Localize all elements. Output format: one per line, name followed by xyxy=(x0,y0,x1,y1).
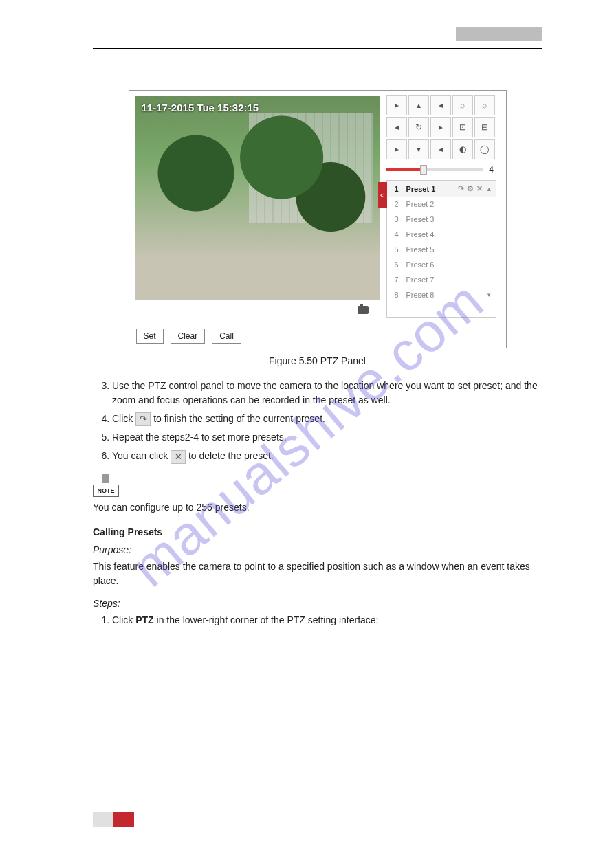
preset-row[interactable]: 1 Preset 1 ↷ ⚙ ✕ ▴ xyxy=(387,181,496,197)
step-6b: to delete the preset. xyxy=(188,450,274,461)
calling-step-1: Click PTZ in the lower-right corner of t… xyxy=(112,613,542,627)
ptz-focus-far-button[interactable]: ⊟ xyxy=(474,117,495,137)
preset-row[interactable]: 2Preset 2 xyxy=(387,197,496,212)
ptz-figure: 11-17-2015 Tue 15:32:15 ▸ ▴ ◂ ⌕ ⌕ ◂ ↻ ▸ … xyxy=(129,90,507,348)
ptz-focus-near-button[interactable]: ⊡ xyxy=(452,117,473,137)
scroll-down-icon[interactable]: ▾ xyxy=(487,291,492,299)
page-header xyxy=(93,27,542,47)
preset-number: 6 xyxy=(391,260,402,269)
preset-number: 4 xyxy=(391,230,402,238)
ptz-down-button[interactable]: ▾ xyxy=(408,139,429,159)
preset-number: 5 xyxy=(391,245,402,254)
preset-list: 1 Preset 1 ↷ ⚙ ✕ ▴ 2Preset 2 3Preset 3 4… xyxy=(387,181,496,317)
clear-button[interactable]: Clear xyxy=(171,329,206,344)
preset-panel-collapse[interactable]: < xyxy=(378,182,387,208)
preset-label: Preset 2 xyxy=(402,200,492,208)
snapshot-icon[interactable] xyxy=(358,306,369,314)
header-gray-block xyxy=(456,27,542,41)
video-bg-trees xyxy=(135,110,380,268)
preset-label: Preset 7 xyxy=(402,276,492,284)
ptz-zoom-out-button[interactable]: ⌕ xyxy=(474,95,495,115)
step-4a: Click xyxy=(112,413,135,424)
preset-label: Preset 5 xyxy=(402,245,492,254)
preset-number: 2 xyxy=(391,200,402,208)
preset-label: Preset 1 xyxy=(402,185,457,193)
ptz-zoom-in-button[interactable]: ⌕ xyxy=(452,95,473,115)
ptz-speed-value: 4 xyxy=(487,165,496,175)
gear-icon[interactable]: ⚙ xyxy=(465,184,475,193)
call-preset-icon[interactable]: ↷ xyxy=(457,184,465,193)
delete-icon: ✕ xyxy=(171,450,186,464)
purpose-text: This feature enables the camera to point… xyxy=(93,559,542,588)
body-text: Use the PTZ control panel to move the ca… xyxy=(93,379,542,627)
step-4: Click ↷ to finish the setting of the cur… xyxy=(112,412,542,426)
scroll-up-icon[interactable]: ▴ xyxy=(487,185,492,193)
preset-row[interactable]: 7Preset 7 xyxy=(387,272,496,287)
preset-row[interactable]: 4Preset 4 xyxy=(387,227,496,242)
calling-step-1b: in the lower-right corner of the PTZ set… xyxy=(154,614,379,625)
footer-gray-block xyxy=(93,812,113,827)
ptz-auto-button[interactable]: ↻ xyxy=(408,117,429,137)
note-text: You can configure up to 256 presets. xyxy=(93,502,542,513)
preset-label: Preset 3 xyxy=(402,215,492,223)
ptz-up-right-button[interactable]: ◂ xyxy=(430,95,451,115)
preset-row[interactable]: 3Preset 3 xyxy=(387,212,496,227)
step-4b: to finish the setting of the current pre… xyxy=(153,413,325,424)
ptz-up-left-button[interactable]: ▸ xyxy=(386,95,407,115)
preset-label: Preset 8 xyxy=(402,291,447,299)
ptz-speed-slider-row: 4 xyxy=(386,165,496,175)
slider-thumb[interactable] xyxy=(420,165,427,175)
preset-list-panel: < 1 Preset 1 ↷ ⚙ ✕ ▴ 2Preset 2 3Preset 3 xyxy=(386,180,496,318)
ptz-down-right-button[interactable]: ◂ xyxy=(430,139,451,159)
preset-number: 1 xyxy=(391,185,402,193)
ptz-bold: PTZ xyxy=(135,614,153,625)
step-6: You can click ✕ to delete the preset. xyxy=(112,449,542,463)
call-button[interactable]: Call xyxy=(212,329,241,344)
set-button[interactable]: Set xyxy=(136,329,164,344)
video-osd-text: 11-17-2015 Tue 15:32:15 xyxy=(142,102,259,113)
preset-label: Preset 4 xyxy=(402,230,492,238)
note-icon: NOTE xyxy=(93,474,119,497)
purpose-label: Purpose: xyxy=(93,544,542,555)
ptz-down-left-button[interactable]: ▸ xyxy=(386,139,407,159)
ptz-up-button[interactable]: ▴ xyxy=(408,95,429,115)
step-3: Use the PTZ control panel to move the ca… xyxy=(112,379,542,408)
ptz-speed-slider[interactable] xyxy=(386,168,483,171)
step-6a: You can click xyxy=(112,450,171,461)
preset-row[interactable]: 6Preset 6 xyxy=(387,257,496,272)
preset-label: Preset 6 xyxy=(402,260,492,269)
video-preview: 11-17-2015 Tue 15:32:15 xyxy=(133,95,381,301)
steps-label: Steps: xyxy=(93,598,542,609)
delete-preset-icon[interactable]: ✕ xyxy=(475,184,484,193)
step-5: Repeat the steps2-4 to set more presets. xyxy=(112,430,542,445)
ptz-left-button[interactable]: ◂ xyxy=(386,117,407,137)
finish-preset-icon: ↷ xyxy=(135,412,151,426)
ptz-right-button[interactable]: ▸ xyxy=(430,117,451,137)
calling-step-1a: Click xyxy=(112,614,135,625)
preset-number: 3 xyxy=(391,215,402,223)
header-rule xyxy=(93,48,542,49)
section-calling-presets: Calling Presets xyxy=(93,526,542,537)
preset-row[interactable]: 8Preset 8▾ xyxy=(387,287,496,302)
ptz-control-panel: ▸ ▴ ◂ ⌕ ⌕ ◂ ↻ ▸ ⊡ ⊟ ▸ ▾ ◂ ◐ ◯ xyxy=(386,95,496,320)
ptz-iris-open-button[interactable]: ◐ xyxy=(452,139,473,159)
figure-caption: Figure 5.50 PTZ Panel xyxy=(93,355,542,366)
preset-row[interactable]: 5Preset 5 xyxy=(387,242,496,257)
ptz-iris-close-button[interactable]: ◯ xyxy=(474,139,495,159)
preset-number: 8 xyxy=(391,291,402,299)
page-footer-blocks xyxy=(93,812,134,827)
video-toolbar xyxy=(133,300,381,320)
footer-red-block xyxy=(113,812,134,827)
note-label: NOTE xyxy=(93,485,119,497)
preset-number: 7 xyxy=(391,276,402,284)
